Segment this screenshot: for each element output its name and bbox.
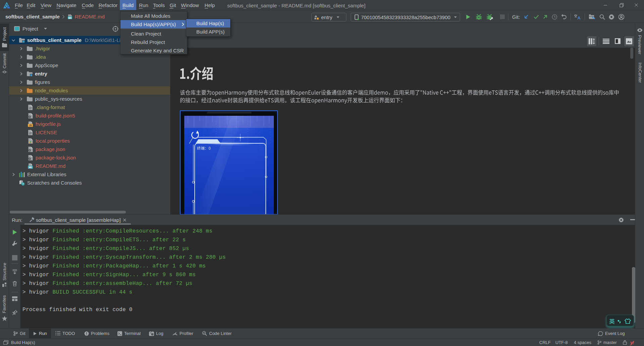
svg-text:MD: MD — [29, 166, 32, 168]
svg-text:MD: MD — [68, 16, 71, 19]
svg-text:A: A — [578, 15, 581, 20]
svg-text:JS: JS — [29, 124, 32, 127]
